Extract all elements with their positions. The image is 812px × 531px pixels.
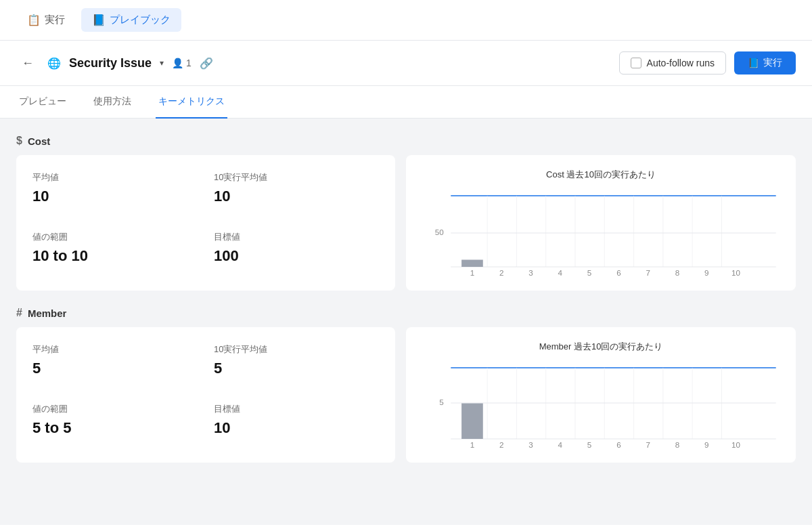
member-section-content: 平均値 5 10実行平均値 5 値の範囲 5 to 5 目標値 10 Membe… xyxy=(16,327,796,463)
member-avg10-value: 5 xyxy=(214,360,379,377)
cost-target: 目標値 100 xyxy=(214,231,379,274)
run-icon: 📋 xyxy=(27,14,41,26)
member-range: 値の範囲 5 to 5 xyxy=(32,403,198,446)
run-label: 実行 xyxy=(45,14,65,26)
svg-rect-28 xyxy=(461,404,483,440)
svg-text:5: 5 xyxy=(587,269,591,277)
svg-text:4: 4 xyxy=(558,441,562,449)
cost-section: $ Cost 平均値 10 10実行平均値 10 値の範囲 10 to 10 目… xyxy=(16,135,796,291)
cost-target-label: 目標値 xyxy=(214,231,379,243)
svg-text:6: 6 xyxy=(616,441,621,449)
cost-chart-svg: 50 1 2 3 4 5 6 7 8 9 10 xyxy=(422,189,780,277)
cost-avg: 平均値 10 xyxy=(32,171,198,215)
cost-avg10-label: 10実行平均値 xyxy=(214,171,379,184)
cost-avg-label: 平均値 xyxy=(32,171,198,184)
cost-range: 値の範囲 10 to 10 xyxy=(32,231,198,274)
cost-section-header: $ Cost xyxy=(16,135,796,147)
run-button-icon: 📘 xyxy=(748,58,759,68)
svg-text:9: 9 xyxy=(704,441,708,449)
tabs-row: プレビュー 使用方法 キーメトリクス xyxy=(0,86,812,119)
member-avg10: 10実行平均値 5 xyxy=(214,343,379,387)
svg-text:5: 5 xyxy=(587,441,591,449)
cost-avg10: 10実行平均値 10 xyxy=(214,171,379,215)
member-section-label: Member xyxy=(28,307,67,319)
member-target: 目標値 10 xyxy=(214,403,379,446)
member-range-label: 値の範囲 xyxy=(32,403,198,415)
back-button[interactable]: ← xyxy=(16,54,39,73)
user-icon: 👤 xyxy=(172,58,183,68)
user-count-value: 1 xyxy=(186,58,191,68)
user-count-badge: 👤 1 xyxy=(172,58,191,68)
member-section-header: # Member xyxy=(16,307,796,319)
svg-text:7: 7 xyxy=(646,269,650,277)
member-chart-title: Member 過去10回の実行あたり xyxy=(422,341,780,353)
header-row: ← 🌐 Security Issue ▾ 👤 1 🔗 Auto-follow r… xyxy=(0,41,812,86)
svg-text:3: 3 xyxy=(528,441,533,449)
cost-stats-card: 平均値 10 10実行平均値 10 値の範囲 10 to 10 目標値 100 xyxy=(16,155,395,291)
auto-follow-checkbox[interactable] xyxy=(631,58,641,68)
cost-section-content: 平均値 10 10実行平均値 10 値の範囲 10 to 10 目標値 100 … xyxy=(16,155,796,291)
playbook-icon: 📘 xyxy=(92,14,106,26)
svg-text:4: 4 xyxy=(558,269,562,277)
cost-chart-card: Cost 過去10回の実行あたり 50 xyxy=(406,155,796,291)
link-icon[interactable]: 🔗 xyxy=(200,57,213,70)
content-area: $ Cost 平均値 10 10実行平均値 10 値の範囲 10 to 10 目… xyxy=(0,119,812,525)
cost-avg-value: 10 xyxy=(32,188,198,205)
top-nav: 📋 実行 📘 プレイブック xyxy=(0,0,812,41)
tab-metrics[interactable]: キーメトリクス xyxy=(156,86,227,119)
member-chart-area: 5 1 2 3 4 5 6 7 8 9 10 xyxy=(422,361,780,449)
svg-text:9: 9 xyxy=(704,269,708,277)
member-avg-value: 5 xyxy=(32,360,198,377)
svg-rect-4 xyxy=(461,260,483,268)
svg-text:10: 10 xyxy=(731,269,740,277)
member-avg-label: 平均値 xyxy=(32,343,198,356)
cost-section-label: Cost xyxy=(28,135,50,147)
tab-usage[interactable]: 使用方法 xyxy=(91,86,134,119)
svg-text:7: 7 xyxy=(646,441,650,449)
svg-text:10: 10 xyxy=(731,441,740,449)
cost-chart-title: Cost 過去10回の実行あたり xyxy=(422,169,780,181)
member-avg: 平均値 5 xyxy=(32,343,198,387)
member-target-value: 10 xyxy=(214,419,379,437)
tab-preview[interactable]: プレビュー xyxy=(16,86,69,119)
cost-range-label: 値の範囲 xyxy=(32,231,198,243)
cost-target-value: 100 xyxy=(214,247,379,265)
nav-run[interactable]: 📋 実行 xyxy=(16,8,76,32)
svg-text:50: 50 xyxy=(435,228,444,236)
cost-avg10-value: 10 xyxy=(214,188,379,205)
svg-text:2: 2 xyxy=(499,441,503,449)
svg-text:2: 2 xyxy=(499,269,503,277)
cost-range-value: 10 to 10 xyxy=(32,247,198,265)
svg-text:5: 5 xyxy=(439,398,443,406)
hash-icon: # xyxy=(16,307,22,319)
member-target-label: 目標値 xyxy=(214,403,379,415)
globe-icon: 🌐 xyxy=(47,57,61,70)
svg-text:6: 6 xyxy=(616,269,621,277)
cost-chart-area: 50 1 2 3 4 5 6 7 8 9 10 xyxy=(422,189,780,277)
run-button-label: 実行 xyxy=(763,57,782,69)
svg-text:3: 3 xyxy=(528,269,533,277)
run-button[interactable]: 📘 実行 xyxy=(734,51,796,75)
svg-text:8: 8 xyxy=(675,441,679,449)
member-chart-card: Member 過去10回の実行あたり 5 1 xyxy=(406,327,796,463)
member-chart-svg: 5 1 2 3 4 5 6 7 8 9 10 xyxy=(422,361,780,449)
member-avg10-label: 10実行平均値 xyxy=(214,343,379,356)
auto-follow-button[interactable]: Auto-follow runs xyxy=(619,51,726,75)
auto-follow-label: Auto-follow runs xyxy=(647,58,715,68)
page-title: Security Issue xyxy=(69,56,152,70)
chevron-down-icon[interactable]: ▾ xyxy=(160,58,164,68)
member-section: # Member 平均値 5 10実行平均値 5 値の範囲 5 to 5 目標値 xyxy=(16,307,796,463)
svg-text:8: 8 xyxy=(675,269,679,277)
svg-text:1: 1 xyxy=(470,441,474,449)
playbook-label: プレイブック xyxy=(110,14,171,26)
member-range-value: 5 to 5 xyxy=(32,419,198,437)
nav-playbook[interactable]: 📘 プレイブック xyxy=(81,8,181,32)
dollar-icon: $ xyxy=(16,135,22,147)
svg-text:1: 1 xyxy=(470,269,474,277)
member-stats-card: 平均値 5 10実行平均値 5 値の範囲 5 to 5 目標値 10 xyxy=(16,327,395,463)
